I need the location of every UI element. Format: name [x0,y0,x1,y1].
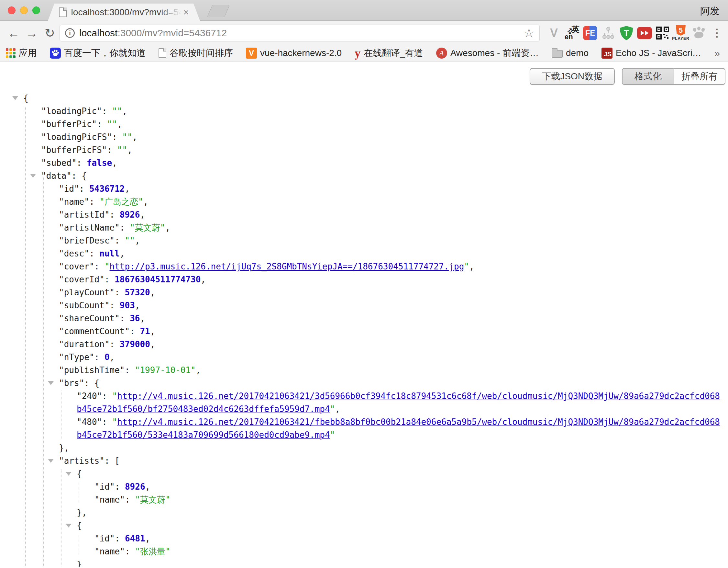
bookmark-vue-hackernews[interactable]: V vue-hackernews-2.0 [246,48,342,59]
bookmark-demo[interactable]: demo [552,48,589,58]
translate-extension-icon[interactable]: 英 ⇄ en [563,24,581,42]
vue-devtools-icon[interactable]: V [545,24,563,42]
sitemap-extension-icon[interactable] [599,24,617,42]
json-token: "duration" [59,340,110,349]
url-text[interactable]: localhost:3000/mv?mvid=5436712 [79,28,227,39]
bookmark-google-sort[interactable]: 谷歌按时间排序 [159,47,233,59]
json-token: 36 [130,314,140,323]
json-link[interactable]: http://v4.music.126.net/20170421063421/f… [77,417,720,440]
json-token: : [77,158,87,168]
bookmark-baidu[interactable]: 百度一下，你就知道 [50,47,146,59]
qrcode-extension-icon[interactable] [654,24,672,42]
clapper-icon: ▰ [671,27,675,34]
json-token: "name" [94,547,125,556]
json-token: "subed" [41,158,77,168]
tab-title: localhost:3000/mv?mvid=5436 [71,7,182,17]
apps-grid-icon [6,48,16,58]
json-token: "desc" [59,249,89,258]
json-token: : [94,352,105,362]
json-token: : [110,301,120,310]
profile-name[interactable]: 阿发 [700,5,720,18]
json-line: "loadingPic": "", [0,105,724,117]
chrome-menu-icon[interactable]: ⋮ [708,24,726,42]
json-token: : [102,417,112,427]
minimize-window-button[interactable] [20,6,28,14]
json-token: , [125,184,130,194]
bookmark-apps[interactable]: 应用 [6,47,37,59]
json-line: "cover": "http://p3.music.126.net/ijUq7s… [0,260,724,273]
bookmark-youdao[interactable]: y 在线翻译_有道 [355,47,423,59]
json-line: "loadingPicFS": "", [0,130,724,143]
json-line: { [0,92,724,105]
video-download-icon[interactable] [635,24,654,42]
collapse-triangle-icon[interactable] [48,381,54,385]
json-token: , [150,327,155,336]
json-line: "id": 5436712, [0,182,724,195]
page-favicon-icon [59,7,67,17]
json-line: "shareCount": 36, [0,312,724,325]
json-token: "" [112,106,122,116]
json-token: 5436712 [89,184,125,194]
json-token: "publishTime" [59,365,125,375]
html5-player-extension-icon[interactable]: ▰5 PLAYER [672,24,690,42]
json-line: "name": "莫文蔚" [0,493,724,506]
json-token: " [112,417,117,427]
json-line: "data": { [0,169,724,182]
json-token: , [150,340,155,349]
tab-close-icon[interactable]: × [183,7,189,17]
extension-icons-row: V 英 ⇄ en FE T [545,24,726,42]
paw-extension-icon[interactable] [690,24,708,42]
json-token: "" [122,132,132,142]
json-token: "id" [59,184,79,194]
json-token: : [130,327,140,336]
reload-icon[interactable]: ↻ [41,27,59,39]
json-link[interactable]: http://p3.music.126.net/ijUq7s_2S8GMbTNs… [110,262,464,271]
collapse-triangle-icon[interactable] [30,174,36,178]
json-line: { [0,467,724,480]
collapse-triangle-icon[interactable] [66,524,72,528]
url-bar[interactable]: i localhost:3000/mv?mvid=5436712 ☆ [60,25,540,41]
json-token: " [330,430,335,440]
json-token: , [150,288,155,297]
json-line: "duration": 379000, [0,338,724,351]
collapse-triangle-icon[interactable] [12,96,18,100]
json-token: , [140,314,145,323]
close-window-button[interactable] [8,6,16,14]
zoom-window-button[interactable] [32,6,40,14]
json-token: "id" [94,482,115,492]
page-info-icon[interactable]: i [65,28,75,38]
tampermonkey-shield-icon[interactable]: T [617,24,635,42]
json-token: 71 [140,327,150,336]
json-line: "subCount": 903, [0,299,724,312]
browser-tab[interactable]: localhost:3000/mv?mvid=5436 × [48,4,200,21]
json-token: { [77,469,82,479]
json-token: "loadingPic" [41,106,102,116]
json-line: "480": "http://v4.music.126.net/20170421… [0,416,724,441]
json-token: 57320 [125,288,150,297]
json-token: , [112,158,117,168]
json-token: "name" [94,495,125,505]
json-token: , [127,145,132,155]
traffic-lights [8,6,40,14]
json-line: "publishTime": "1997-10-01", [0,364,724,377]
json-line: "artistId": 8926, [0,208,724,221]
bookmark-echojs[interactable]: JS Echo JS - JavaScri… [601,48,701,59]
json-token: { [23,93,28,103]
back-icon[interactable]: ← [5,27,23,39]
json-link[interactable]: http://v4.music.126.net/20170421063421/3… [77,391,720,414]
document-icon [159,48,166,58]
new-tab-button[interactable] [207,5,230,17]
json-token: : [125,495,135,505]
json-token: : [115,482,125,492]
bookmark-star-icon[interactable]: ☆ [524,27,534,39]
forward-icon[interactable]: → [23,27,41,39]
json-token: "commentCount" [59,327,130,336]
collapse-triangle-icon[interactable] [66,472,72,476]
bookmarks-bar: 应用 百度一下，你就知道 谷歌按时间排序 V vue-hackernews-2.… [0,45,728,61]
json-token: , [335,404,340,414]
json-token: "coverId" [59,274,105,284]
fe-extension-icon[interactable]: FE [581,24,599,42]
bookmarks-overflow-icon[interactable]: » [714,47,720,59]
bookmark-awesomes[interactable]: A Awesomes - 前端资… [436,47,539,59]
collapse-triangle-icon[interactable] [48,459,54,463]
